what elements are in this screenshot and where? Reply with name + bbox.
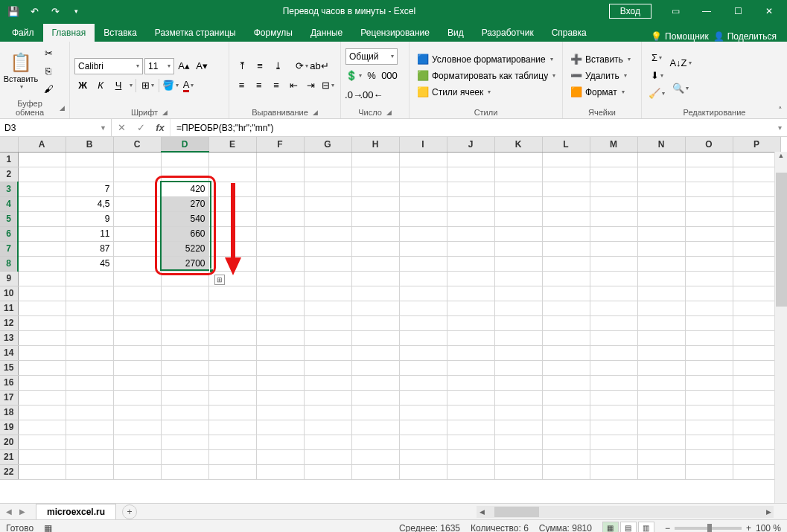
col-header-C[interactable]: C [113, 137, 161, 152]
cell-F18[interactable] [256, 405, 304, 420]
cell-G1[interactable] [304, 152, 351, 167]
cell-E3[interactable] [208, 182, 256, 196]
borders-icon[interactable]: ⊞▾ [139, 77, 156, 94]
cell-E22[interactable] [208, 464, 256, 479]
cell-G19[interactable] [304, 420, 351, 435]
cell-K17[interactable] [494, 390, 542, 405]
cell-A19[interactable] [18, 420, 66, 435]
cell-O10[interactable] [685, 286, 733, 301]
cell-N3[interactable] [637, 182, 685, 196]
cell-J11[interactable] [447, 301, 494, 315]
cell-C4[interactable] [113, 196, 161, 211]
cell-H21[interactable] [351, 449, 399, 464]
cell-K2[interactable] [494, 167, 542, 182]
tab-review[interactable]: Рецензирование [351, 24, 439, 42]
cell-G18[interactable] [304, 405, 351, 420]
cell-E21[interactable] [208, 449, 256, 464]
cell-F6[interactable] [256, 226, 304, 241]
sheet-nav-prev-icon[interactable]: ◀ [3, 505, 15, 519]
zoom-level[interactable]: 100 % [756, 523, 781, 533]
accounting-icon[interactable]: 💲▾ [345, 68, 362, 84]
cell-B5[interactable]: 9 [66, 211, 113, 226]
cell-I13[interactable] [399, 330, 447, 345]
cell-I12[interactable] [399, 315, 447, 330]
cell-D3[interactable]: 420 [161, 182, 208, 196]
cell-M11[interactable] [590, 301, 637, 315]
cell-B10[interactable] [66, 286, 113, 301]
zoom-out-icon[interactable]: − [665, 523, 670, 533]
conditional-formatting-button[interactable]: 🟦Условное форматирование▾ [414, 52, 556, 67]
cell-G15[interactable] [304, 360, 351, 375]
cell-I10[interactable] [399, 286, 447, 301]
cell-F3[interactable] [256, 182, 304, 196]
cell-O6[interactable] [685, 226, 733, 241]
cell-F19[interactable] [256, 420, 304, 435]
cell-B16[interactable] [66, 375, 113, 390]
cell-K5[interactable] [494, 211, 542, 226]
cell-K21[interactable] [494, 449, 542, 464]
cell-A6[interactable] [18, 226, 66, 241]
cell-G13[interactable] [304, 330, 351, 345]
cell-A1[interactable] [18, 152, 66, 167]
cell-H11[interactable] [351, 301, 399, 315]
cell-D4[interactable]: 270 [161, 196, 208, 211]
fill-icon[interactable]: ⬇▾ [646, 68, 667, 84]
cell-N8[interactable] [637, 256, 685, 271]
cell-B1[interactable] [66, 152, 113, 167]
row-header-9[interactable]: 9 [0, 271, 18, 286]
cell-E8[interactable] [208, 256, 256, 271]
cell-P19[interactable] [733, 420, 780, 435]
cell-A13[interactable] [18, 330, 66, 345]
cell-A7[interactable] [18, 241, 66, 256]
cell-O17[interactable] [685, 390, 733, 405]
cell-D13[interactable] [161, 330, 208, 345]
tab-formulas[interactable]: Формулы [245, 24, 302, 42]
cell-styles-button[interactable]: 🟨Стили ячеек▾ [414, 85, 494, 100]
cell-B22[interactable] [66, 464, 113, 479]
cell-J19[interactable] [447, 420, 494, 435]
cell-P20[interactable] [733, 435, 780, 449]
row-header-2[interactable]: 2 [0, 167, 18, 182]
comma-icon[interactable]: 000 [381, 68, 398, 84]
close-icon[interactable]: ✕ [754, 0, 784, 22]
cell-F22[interactable] [256, 464, 304, 479]
cell-G7[interactable] [304, 241, 351, 256]
cell-D19[interactable] [161, 420, 208, 435]
cell-O1[interactable] [685, 152, 733, 167]
cell-N15[interactable] [637, 360, 685, 375]
cell-G5[interactable] [304, 211, 351, 226]
cell-H1[interactable] [351, 152, 399, 167]
cell-C19[interactable] [113, 420, 161, 435]
cell-I19[interactable] [399, 420, 447, 435]
tab-file[interactable]: Файл [3, 24, 43, 42]
cell-N10[interactable] [637, 286, 685, 301]
row-header-4[interactable]: 4 [0, 196, 18, 211]
cell-C18[interactable] [113, 405, 161, 420]
cell-E10[interactable] [208, 286, 256, 301]
copy-icon[interactable]: ⎘ [40, 63, 57, 80]
cell-O2[interactable] [685, 167, 733, 182]
cell-N20[interactable] [637, 435, 685, 449]
cell-G2[interactable] [304, 167, 351, 182]
cell-E15[interactable] [208, 360, 256, 375]
cell-J9[interactable] [447, 271, 494, 286]
bold-icon[interactable]: Ж [74, 77, 91, 94]
cell-N13[interactable] [637, 330, 685, 345]
cell-F20[interactable] [256, 435, 304, 449]
cell-C7[interactable] [113, 241, 161, 256]
cell-P4[interactable] [733, 196, 780, 211]
cell-L8[interactable] [542, 256, 590, 271]
cell-P17[interactable] [733, 390, 780, 405]
cell-H22[interactable] [351, 464, 399, 479]
cell-O21[interactable] [685, 449, 733, 464]
new-sheet-icon[interactable]: + [122, 504, 137, 519]
cell-P9[interactable] [733, 271, 780, 286]
cell-A22[interactable] [18, 464, 66, 479]
spreadsheet-grid[interactable]: ABCDEFGHIJKLMNOP123742044,52705954061166… [0, 137, 787, 503]
cell-A8[interactable] [18, 256, 66, 271]
cell-P14[interactable] [733, 345, 780, 360]
cell-I17[interactable] [399, 390, 447, 405]
cell-F8[interactable] [256, 256, 304, 271]
font-name-combo[interactable]: Calibri▾ [74, 58, 143, 74]
cell-P1[interactable] [733, 152, 780, 167]
